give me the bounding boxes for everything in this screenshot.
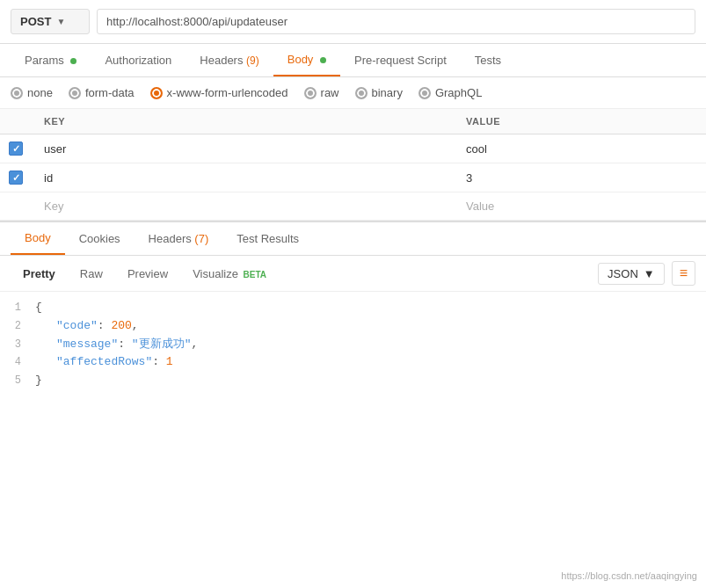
line-num-1: 1: [0, 300, 35, 316]
row1-key[interactable]: user: [35, 134, 457, 163]
method-chevron: ▼: [56, 17, 65, 26]
rstab-preview-label: Preview: [127, 267, 168, 280]
response-sub-tabs: Pretty Raw Preview Visualize BETA JSON ▼…: [0, 256, 706, 292]
rtab-cookies-label: Cookies: [79, 232, 120, 245]
rstab-visualize-label: Visualize: [193, 267, 238, 280]
tab-pre-request-label: Pre-request Script: [354, 54, 447, 67]
beta-badge: BETA: [244, 270, 266, 279]
rtab-headers-badge: (7): [194, 232, 208, 245]
code-area: 1 { 2 "code": 200, 3 "message": "更新成功", …: [0, 292, 706, 397]
radio-graphql[interactable]: GraphQL: [419, 86, 482, 99]
rtab-body-label: Body: [25, 231, 51, 244]
row-new-key[interactable]: Key: [35, 192, 457, 221]
value-header: VALUE: [457, 109, 706, 134]
rtab-cookies[interactable]: Cookies: [65, 223, 135, 254]
row1-value[interactable]: cool: [457, 134, 706, 163]
radio-form-data-circle: [69, 87, 81, 99]
rstab-preview[interactable]: Preview: [115, 262, 180, 286]
table-row: Key Value: [0, 192, 706, 221]
table-row: user cool: [0, 134, 706, 163]
radio-raw-label: raw: [321, 86, 339, 99]
line-content-5: }: [35, 372, 42, 390]
rstab-raw-label: Raw: [80, 267, 103, 280]
tab-tests[interactable]: Tests: [461, 45, 515, 76]
rstab-raw[interactable]: Raw: [68, 262, 115, 286]
code-line-3: 3 "message": "更新成功",: [0, 336, 706, 354]
tab-body[interactable]: Body: [273, 44, 340, 76]
rtab-test-results-label: Test Results: [237, 232, 299, 245]
params-table: KEY VALUE user cool id 3 Key Value: [0, 109, 706, 221]
radio-form-data[interactable]: form-data: [69, 86, 135, 99]
radio-x-www[interactable]: x-www-form-urlencoded: [150, 86, 288, 99]
radio-none-label: none: [27, 86, 53, 99]
rtab-headers[interactable]: Headers (7): [135, 223, 223, 254]
headers-badge: (9): [246, 54, 259, 67]
rstab-pretty-label: Pretty: [23, 267, 55, 280]
code-line-1: 1 {: [0, 299, 706, 317]
radio-form-data-label: form-data: [85, 86, 135, 99]
format-value: JSON: [608, 267, 638, 280]
watermark: https://blog.csdn.net/aaqingying: [561, 570, 697, 581]
radio-none-circle: [11, 87, 23, 99]
line-num-2: 2: [0, 318, 35, 335]
line-content-4: "affectedRows": 1: [35, 353, 173, 372]
tab-tests-label: Tests: [475, 54, 501, 67]
row-new-value[interactable]: Value: [457, 192, 706, 221]
tab-authorization-label: Authorization: [105, 54, 171, 67]
table-row: id 3: [0, 163, 706, 192]
body-dot: [320, 57, 326, 63]
body-options: none form-data x-www-form-urlencoded raw…: [0, 77, 706, 109]
line-num-5: 5: [0, 373, 35, 389]
params-dot: [70, 58, 76, 64]
key-header: KEY: [35, 109, 457, 134]
rstab-visualize[interactable]: Visualize BETA: [180, 262, 279, 286]
tab-pre-request[interactable]: Pre-request Script: [340, 45, 461, 76]
value-placeholder: Value: [466, 200, 494, 213]
row2-value[interactable]: 3: [457, 163, 706, 192]
rtab-body[interactable]: Body: [11, 222, 65, 255]
response-tabs: Body Cookies Headers (7) Test Results: [0, 221, 706, 256]
radio-binary-label: binary: [372, 86, 403, 99]
radio-raw-circle: [304, 87, 317, 99]
radio-graphql-label: GraphQL: [435, 86, 482, 99]
tab-body-label: Body: [287, 53, 314, 66]
rtab-test-results[interactable]: Test Results: [222, 223, 313, 254]
line-content-3: "message": "更新成功",: [35, 336, 198, 354]
wrap-button[interactable]: ≡: [672, 261, 695, 286]
line-content-2: "code": 200,: [35, 317, 139, 336]
code-line-4: 4 "affectedRows": 1: [0, 353, 706, 372]
radio-graphql-circle: [419, 87, 431, 99]
line-num-4: 4: [0, 354, 35, 371]
row2-key[interactable]: id: [35, 163, 457, 192]
line-content-1: {: [35, 299, 42, 317]
radio-none[interactable]: none: [11, 86, 53, 99]
tab-params[interactable]: Params: [11, 45, 91, 76]
radio-raw[interactable]: raw: [304, 86, 339, 99]
format-select[interactable]: JSON ▼: [598, 263, 665, 285]
radio-x-www-circle: [150, 87, 163, 99]
rstab-pretty[interactable]: Pretty: [11, 262, 68, 286]
url-bar: POST ▼: [0, 0, 706, 44]
format-chevron: ▼: [644, 267, 655, 280]
row1-checkbox[interactable]: [9, 142, 23, 156]
top-tabs: Params Authorization Headers (9) Body Pr…: [0, 44, 706, 77]
tab-headers[interactable]: Headers (9): [186, 45, 273, 76]
tab-authorization[interactable]: Authorization: [91, 45, 186, 76]
tab-headers-label: Headers: [200, 54, 246, 67]
wrap-icon: ≡: [680, 265, 688, 281]
radio-binary[interactable]: binary: [355, 86, 403, 99]
code-line-5: 5 }: [0, 372, 706, 390]
tab-params-label: Params: [25, 54, 64, 67]
rtab-headers-label: Headers: [149, 232, 195, 245]
method-select[interactable]: POST ▼: [11, 9, 90, 34]
row2-checkbox[interactable]: [9, 171, 23, 185]
radio-x-www-label: x-www-form-urlencoded: [167, 86, 288, 99]
method-label: POST: [20, 15, 51, 28]
url-input[interactable]: [97, 9, 695, 34]
code-line-2: 2 "code": 200,: [0, 317, 706, 336]
line-num-3: 3: [0, 337, 35, 353]
radio-binary-circle: [355, 87, 368, 99]
key-placeholder: Key: [44, 200, 63, 213]
